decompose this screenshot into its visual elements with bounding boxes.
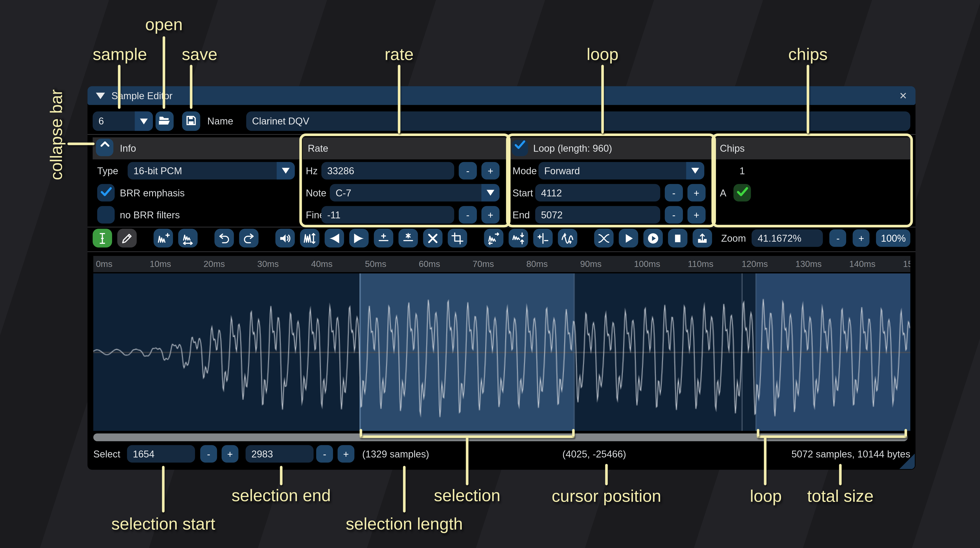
save-button[interactable] <box>182 112 200 131</box>
resample-button[interactable] <box>178 229 197 247</box>
close-icon[interactable]: ✕ <box>896 86 910 105</box>
sample-number-select[interactable]: 6 <box>93 112 153 131</box>
zoom-out-button[interactable]: - <box>829 229 846 247</box>
rate-panel-header: Rate <box>302 137 508 159</box>
selection-end-plus-button[interactable]: + <box>337 445 354 462</box>
fine-input[interactable]: -11 <box>321 206 454 223</box>
chip-enable-checkbox[interactable] <box>733 184 751 201</box>
fade-in-button[interactable] <box>325 229 344 247</box>
stop-preview-icon <box>671 232 684 245</box>
annotation-cursor-position: cursor position <box>552 486 661 506</box>
delete-icon <box>426 232 439 245</box>
zoom-in-button[interactable]: + <box>853 229 870 247</box>
status-bar: Select 1654 - + 2983 - + (1329 samples) … <box>88 443 915 465</box>
separator <box>88 252 915 252</box>
loop-checkbox[interactable] <box>512 140 528 156</box>
loop-end-value: 5072 <box>535 209 563 220</box>
make-instrument-button[interactable] <box>693 229 712 247</box>
no-brr-filters-checkbox[interactable] <box>97 206 115 223</box>
fade-out-button[interactable] <box>349 229 369 247</box>
ruler-tick-label: 120ms <box>742 256 768 272</box>
hz-plus-button[interactable]: + <box>481 162 500 179</box>
selection-start-value: 1654 <box>127 448 154 459</box>
ruler-tick-label: 90ms <box>580 256 601 272</box>
insert-silence-button[interactable] <box>374 229 393 247</box>
collapse-bar-button[interactable] <box>96 139 113 156</box>
note-value: C-7 <box>330 187 352 198</box>
zoom-reset-button[interactable]: 100% <box>876 229 910 247</box>
annotation-open: open <box>145 14 183 35</box>
trim-button[interactable] <box>448 229 467 247</box>
fine-minus-button[interactable]: - <box>459 206 477 223</box>
reverse-button[interactable] <box>484 229 503 247</box>
undo-button[interactable] <box>215 229 234 247</box>
type-dropdown-arrow[interactable] <box>277 162 295 179</box>
select-button[interactable] <box>93 229 112 247</box>
selection-start-minus-button[interactable]: - <box>200 445 217 462</box>
redo-button[interactable] <box>239 229 259 247</box>
zoom-input[interactable]: 41.1672% <box>752 229 823 247</box>
annotation-line-selection-end <box>280 466 282 485</box>
loop-start-plus-button[interactable]: + <box>687 184 706 201</box>
sample-toolbar: Zoom 41.1672% - + 100% <box>93 229 910 247</box>
name-input[interactable]: Clarinet DQV <box>246 112 910 131</box>
type-label: Type <box>97 162 118 179</box>
sample-number-dropdown-arrow[interactable] <box>135 112 153 131</box>
selection-end-input[interactable]: 2983 <box>246 445 313 462</box>
window-collapse-icon[interactable] <box>96 93 105 99</box>
loop-start-minus-button[interactable]: - <box>665 184 683 201</box>
sample-number-value: 6 <box>93 115 104 126</box>
loop-mode-dropdown[interactable]: Forward <box>538 162 704 179</box>
delete-button[interactable] <box>423 229 442 247</box>
brr-emphasis-checkbox[interactable] <box>97 184 115 201</box>
apply-silence-button[interactable] <box>398 229 418 247</box>
normalize-button[interactable] <box>300 229 320 247</box>
window-resize-grip[interactable] <box>899 454 915 469</box>
ruler-tick-label: 60ms <box>418 256 440 272</box>
sample-editor-window: Sample Editor ✕ 6 Name Clarinet DQV <box>88 86 915 470</box>
preview-button[interactable] <box>619 229 638 247</box>
type-dropdown[interactable]: 16-bit PCM <box>127 162 295 179</box>
annotation-bracket-loop-right-tick <box>905 429 907 436</box>
note-dropdown[interactable]: C-7 <box>330 184 500 201</box>
selection-length-info: (1329 samples) <box>362 443 429 465</box>
annotation-selection-end: selection end <box>231 486 331 506</box>
amplify-button[interactable] <box>275 229 295 247</box>
selection-start-plus-button[interactable]: + <box>222 445 239 462</box>
resize-button[interactable] <box>153 229 173 247</box>
loop-start-input[interactable]: 4112 <box>535 184 660 201</box>
loop-end-plus-button[interactable]: + <box>687 206 706 223</box>
ruler-tick-label: 0ms <box>96 256 112 272</box>
annotation-selection-length: selection length <box>346 514 463 534</box>
loop-end-input[interactable]: 5072 <box>535 206 660 223</box>
hz-minus-button[interactable]: - <box>459 162 477 179</box>
selection-end-minus-button[interactable]: - <box>316 445 333 462</box>
crossfade-loop-icon <box>597 232 610 245</box>
draw-button[interactable] <box>117 229 137 247</box>
annotation-loop-bottom: loop <box>750 486 782 506</box>
stop-preview-button[interactable] <box>668 229 687 247</box>
loop-end-minus-button[interactable]: - <box>665 206 683 223</box>
no-brr-filters-label: no BRR filters <box>120 206 180 223</box>
window-titlebar[interactable]: Sample Editor ✕ <box>88 86 915 105</box>
loop-mode-dropdown-arrow[interactable] <box>686 162 705 179</box>
sign-invert-button[interactable] <box>533 229 553 247</box>
preview-cursor-button[interactable] <box>643 229 663 247</box>
annotation-bracket-loop <box>757 435 907 438</box>
open-button[interactable] <box>156 112 173 131</box>
make-instrument-icon <box>696 232 709 245</box>
selection-start-input[interactable]: 1654 <box>127 445 195 462</box>
waveform-display[interactable] <box>93 273 910 431</box>
apply-filter-button[interactable] <box>558 229 577 247</box>
mode-label: Mode <box>512 162 537 179</box>
annotation-line-open <box>163 36 165 109</box>
hz-input[interactable]: 33286 <box>321 162 454 179</box>
note-dropdown-arrow[interactable] <box>481 184 500 201</box>
crossfade-loop-button[interactable] <box>594 229 614 247</box>
invert-button[interactable] <box>509 229 528 247</box>
sign-invert-icon <box>536 232 549 245</box>
fine-plus-button[interactable]: + <box>481 206 500 223</box>
annotation-line-chips <box>807 65 809 134</box>
normalize-icon <box>303 232 316 245</box>
brr-emphasis-label: BRR emphasis <box>120 184 185 201</box>
